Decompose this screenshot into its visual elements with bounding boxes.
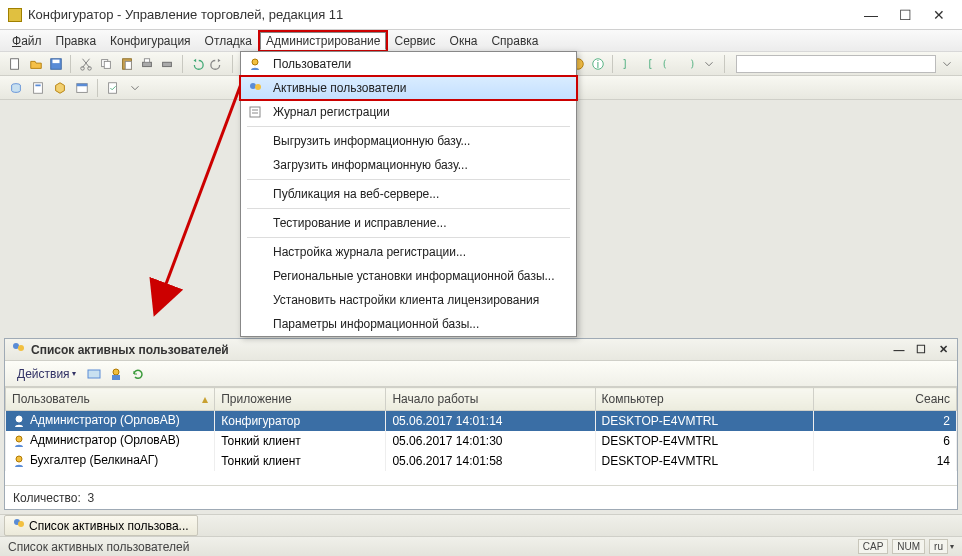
user-detail-icon[interactable] <box>108 366 124 382</box>
save-icon[interactable] <box>47 54 65 74</box>
indicator-num: NUM <box>892 539 925 554</box>
svg-rect-32 <box>250 107 260 117</box>
titlebar: Конфигуратор - Управление торговлей, ред… <box>0 0 962 30</box>
child-titlebar: Список активных пользователей — ☐ ✕ <box>5 339 957 361</box>
dd-log-settings[interactable]: Настройка журнала регистрации... <box>241 240 576 264</box>
user-icon <box>247 56 263 72</box>
cube-icon[interactable] <box>50 78 70 98</box>
child-maximize-button[interactable]: ☐ <box>913 343 929 357</box>
svg-point-24 <box>113 369 119 375</box>
administration-dropdown: Пользователи Активные пользователи Журна… <box>240 51 577 337</box>
menu-help[interactable]: Справка <box>485 32 544 50</box>
refresh-icon[interactable] <box>130 366 146 382</box>
dd-publish-web[interactable]: Публикация на веб-сервере... <box>241 182 576 206</box>
svg-rect-10 <box>144 58 149 62</box>
user-row-icon <box>12 454 26 468</box>
col-comp[interactable]: Компьютер <box>595 388 814 411</box>
dd-regional-settings[interactable]: Региональные установки информационной ба… <box>241 264 576 288</box>
help-icon[interactable]: i <box>589 54 607 74</box>
svg-text:i: i <box>597 57 599 69</box>
dd-infobase-params[interactable]: Параметры информационной базы... <box>241 312 576 336</box>
bracket3-icon[interactable] <box>659 54 677 74</box>
table-row[interactable]: Администратор (ОрловАВ) Тонкий клиент 05… <box>6 431 957 451</box>
users-list-icon <box>13 518 25 533</box>
bracket-dd-icon[interactable] <box>700 54 718 74</box>
taskbar-active-users-button[interactable]: Список активных пользова... <box>4 515 198 536</box>
db-icon[interactable] <box>6 78 26 98</box>
dd-dump-infobase[interactable]: Выгрузить информационную базу... <box>241 129 576 153</box>
search-dd-icon[interactable] <box>938 54 956 74</box>
bracket2-icon[interactable] <box>639 54 657 74</box>
svg-rect-20 <box>109 82 117 93</box>
col-start[interactable]: Начало работы <box>386 388 595 411</box>
new-icon[interactable] <box>6 54 24 74</box>
window-icon[interactable] <box>72 78 92 98</box>
doc-check-icon[interactable] <box>103 78 123 98</box>
dd-load-infobase[interactable]: Загрузить информационную базу... <box>241 153 576 177</box>
col-session[interactable]: Сеанс <box>814 388 957 411</box>
svg-point-30 <box>250 83 256 89</box>
svg-rect-9 <box>143 62 152 66</box>
svg-rect-2 <box>53 59 60 63</box>
undo-icon[interactable] <box>188 54 206 74</box>
menu-edit[interactable]: Правка <box>50 32 103 50</box>
dd-license-settings[interactable]: Установить настройки клиента лицензирова… <box>241 288 576 312</box>
redo-icon[interactable] <box>208 54 226 74</box>
dd-active-users[interactable]: Активные пользователи <box>241 76 576 100</box>
indicator-lang: ru <box>929 539 948 554</box>
menu-debug[interactable]: Отладка <box>199 32 258 50</box>
menu-file[interactable]: Файл <box>6 32 48 50</box>
active-users-window: Список активных пользователей — ☐ ✕ Дейс… <box>4 338 958 510</box>
print-icon[interactable] <box>138 54 156 74</box>
active-users-table[interactable]: Пользователь ▴ Приложение Начало работы … <box>5 387 957 485</box>
svg-rect-11 <box>163 62 172 66</box>
dd-test-repair[interactable]: Тестирование и исправление... <box>241 211 576 235</box>
print2-icon[interactable] <box>158 54 176 74</box>
svg-point-37 <box>18 521 24 527</box>
view-icon[interactable] <box>86 366 102 382</box>
actions-dropdown[interactable]: Действия ▾ <box>13 365 80 383</box>
window-title: Конфигуратор - Управление торговлей, ред… <box>28 7 864 22</box>
taskbar: Список активных пользова... <box>0 514 962 536</box>
dd-users[interactable]: Пользователи <box>241 52 576 76</box>
count-value: 3 <box>87 491 94 505</box>
child-minimize-button[interactable]: — <box>891 343 907 357</box>
user-row-icon <box>12 414 26 428</box>
cut-icon[interactable] <box>76 54 94 74</box>
svg-rect-8 <box>125 61 131 69</box>
paste-icon[interactable] <box>117 54 135 74</box>
count-label: Количество: <box>13 491 81 505</box>
minimize-button[interactable]: — <box>864 8 878 22</box>
close-button[interactable]: ✕ <box>932 8 946 22</box>
menu-service[interactable]: Сервис <box>388 32 441 50</box>
report-icon[interactable] <box>28 78 48 98</box>
col-user[interactable]: Пользователь ▴ <box>6 388 215 411</box>
svg-rect-0 <box>11 58 19 69</box>
users-list-icon <box>11 341 25 358</box>
status-text: Список активных пользователей <box>8 540 854 554</box>
bracket4-icon[interactable] <box>680 54 698 74</box>
child-close-button[interactable]: ✕ <box>935 343 951 357</box>
col-app[interactable]: Приложение <box>215 388 386 411</box>
table-row[interactable]: Бухгалтер (БелкинаАГ) Тонкий клиент 05.0… <box>6 451 957 471</box>
table-row[interactable]: Администратор (ОрловАВ) Конфигуратор 05.… <box>6 411 957 431</box>
maximize-button[interactable]: ☐ <box>898 8 912 22</box>
child-toolbar: Действия ▾ <box>5 361 957 387</box>
menu-windows[interactable]: Окна <box>444 32 484 50</box>
menu-administration[interactable]: Администрирование <box>260 32 386 50</box>
chevron-down-icon[interactable]: ▾ <box>950 542 954 551</box>
dd-event-log[interactable]: Журнал регистрации <box>241 100 576 124</box>
open-icon[interactable] <box>26 54 44 74</box>
svg-point-31 <box>255 84 261 90</box>
sort-asc-icon: ▴ <box>202 392 208 406</box>
search-input[interactable] <box>736 55 936 73</box>
svg-point-26 <box>16 416 22 422</box>
copy-icon[interactable] <box>97 54 115 74</box>
svg-rect-19 <box>77 83 88 86</box>
doc-dd-icon[interactable] <box>125 78 145 98</box>
indicator-cap: CAP <box>858 539 889 554</box>
bracket1-icon[interactable] <box>618 54 636 74</box>
svg-point-22 <box>18 345 24 351</box>
svg-rect-23 <box>88 370 100 378</box>
menu-config[interactable]: Конфигурация <box>104 32 197 50</box>
